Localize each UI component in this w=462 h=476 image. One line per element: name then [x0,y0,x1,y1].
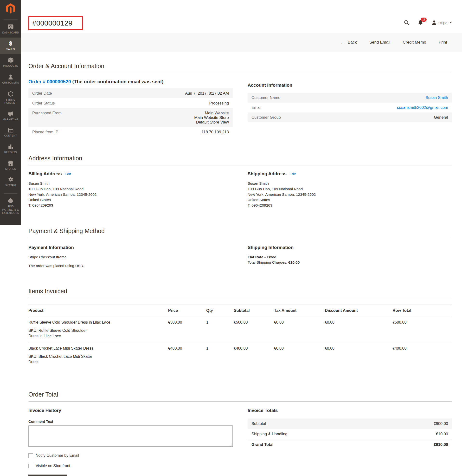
magento-logo-icon[interactable] [6,3,15,15]
user-icon [431,20,437,25]
visible-storefront-label: Visible on Storefront [36,464,70,468]
order-note: (The order confirmation email was sent) [72,79,163,84]
section-items-invoiced: Items Invoiced Product Price Qty Subtota… [28,288,452,368]
account-information-panel: Account Information Customer Name Susan … [248,79,452,122]
section-order-total: Order Total Invoice History Comment Text… [28,391,452,476]
sidebar-item-stores[interactable]: STORES [0,157,21,174]
order-date-row: Order Date Aug 7, 2017, 8:27:02 AM [28,88,233,98]
sidebar-item-dashboard[interactable]: DASHBOARD [0,21,21,38]
sidebar-item-marketing[interactable]: MARKETING [0,108,21,125]
product-sku: SKU: Ruffle Sleeve Cold Shoulder Dress i… [28,328,95,339]
product-sku: SKU: Black Crochet Lace Midi Skater Dres… [28,354,95,365]
customer-group-row: Customer Group General [248,112,452,122]
customer-email-link[interactable]: susansmith2602@gmail.com [397,105,448,110]
stores-icon [8,161,14,166]
order-status-row: Order Status Processing [28,98,233,108]
product-name: Ruffle Sleeve Cold Shoulder Dress in Lil… [28,320,166,324]
order-number-line: Order # 000000520 (The order confirmatio… [28,79,233,85]
invoice-totals-title: Invoice Totals [248,408,452,413]
sales-icon: $ [9,41,12,46]
invoice-totals-panel: Invoice Totals Subtotal €900.00 Shipping… [248,408,452,450]
sidebar-item-stripe-payment[interactable]: STRIPE PAYMENT [0,88,21,108]
table-row: Black Crochet Lace Midi Skater Dress SKU… [28,342,452,368]
dashboard-icon [8,24,14,30]
comment-text-label: Comment Text [28,419,233,424]
invoice-history-panel: Invoice History Comment Text Notify Cust… [28,408,233,476]
sidebar-divider [4,19,17,19]
content-icon [8,128,14,133]
page-title: #000000129 [32,19,72,27]
invoice-history-title: Invoice History [28,408,233,413]
account-information-title: Account Information [248,83,452,88]
visible-storefront-checkbox[interactable] [28,464,33,468]
sidebar-item-find-partners[interactable]: FIND PARTNERS & EXTENSIONS [0,195,21,218]
sidebar-item-customers[interactable]: CUSTOMERS [0,71,21,88]
search-icon [404,20,410,26]
billing-address-text: Susan Smith 109 Guo Dao, 109 National Ro… [28,181,233,208]
back-button[interactable]: ← Back [340,40,357,45]
sidebar-divider [4,193,17,194]
section-title: Address Information [28,155,452,165]
billing-address-edit-link[interactable]: Edit [65,172,71,176]
sidebar-item-system[interactable]: SYSTEM [0,174,21,190]
order-number-link[interactable]: Order # 000000520 [28,79,71,84]
subtotal-row: Subtotal €900.00 [248,418,452,429]
comment-text-input[interactable] [28,425,233,447]
payment-information-title: Payment Information [28,245,233,250]
product-name: Black Crochet Lace Midi Skater Dress [28,346,166,350]
notification-badge: 19 [421,17,427,22]
customer-name-link[interactable]: Susan Smith [425,95,448,100]
purchased-from-row: Purchased From Main Website Main Website… [28,108,233,127]
shipping-information-title: Shipping Information [248,245,452,250]
annotation-highlight-box: #000000129 [28,16,83,30]
sidebar-item-products[interactable]: PRODUCTS [0,54,21,71]
order-action-bar: ← Back Send Email Credit Memo Print [21,33,462,52]
sidebar-item-sales[interactable]: $ SALES [0,38,21,54]
search-button[interactable] [404,20,410,26]
customers-icon [8,74,13,80]
section-order-account: Order & Account Information Order # 0000… [28,63,452,137]
grand-total-row: Grand Total €910.00 [248,439,452,450]
section-title: Order Total [28,391,452,402]
items-table-header: Product Price Qty Subtotal Tax Amount Di… [28,305,452,316]
customer-email-row: Email susansmith2602@gmail.com [248,102,452,112]
user-menu[interactable]: stripe [431,20,452,25]
shipping-method: Flat Rate - Fixed [248,255,452,259]
main-area: #000000129 19 stripe ← Back Send Email C… [21,0,462,476]
payment-method: Stripe Checkout Iframe [28,255,233,259]
send-email-button[interactable]: Send Email [369,40,390,45]
username-label: stripe [438,21,447,25]
print-button[interactable]: Print [439,40,447,45]
shipping-address-edit-link[interactable]: Edit [289,172,296,176]
payment-currency-note: The order was placed using USD. [28,264,233,268]
section-title: Items Invoiced [28,288,452,298]
section-payment-shipping: Payment & Shipping Method Payment Inform… [28,228,452,268]
billing-address-title: Billing Address [28,171,62,177]
notify-customer-label: Notify Customer by Email [36,453,79,458]
items-invoiced-table: Product Price Qty Subtotal Tax Amount Di… [28,305,452,368]
find-partners-icon [8,198,14,204]
page-header: #000000129 19 stripe [21,0,462,30]
notify-customer-checkbox[interactable] [28,453,33,458]
order-information-panel: Order # 000000520 (The order confirmatio… [28,79,233,137]
shipping-handling-row: Shipping & Handling €10.00 [248,429,452,439]
section-title: Payment & Shipping Method [28,228,452,238]
system-icon [8,177,14,182]
payment-information-panel: Payment Information Stripe Checkout Ifra… [28,245,233,268]
table-row: Ruffle Sleeve Cold Shoulder Dress in Lil… [28,316,452,342]
billing-address-panel: Billing Address Edit Susan Smith 109 Guo… [28,171,233,208]
section-title: Order & Account Information [28,63,452,73]
notifications-button[interactable]: 19 [418,20,423,26]
sidebar-item-content[interactable]: CONTENT [0,124,21,141]
shipping-address-text: Susan Smith 109 Guo Dao, 109 National Ro… [248,181,452,208]
sidebar-item-reports[interactable]: REPORTS [0,141,21,157]
shipping-information-panel: Shipping Information Flat Rate - Fixed T… [248,245,452,265]
back-arrow-icon: ← [340,40,345,45]
submit-comment-button[interactable]: Submit Comment [28,475,67,476]
customer-name-row: Customer Name Susan Smith [248,93,452,102]
shipping-charges: Total Shipping Charges: €10.00 [248,260,452,265]
credit-memo-button[interactable]: Credit Memo [403,40,426,45]
marketing-icon [8,111,14,117]
reports-icon [8,144,13,149]
stripe-payment-icon [8,91,14,97]
